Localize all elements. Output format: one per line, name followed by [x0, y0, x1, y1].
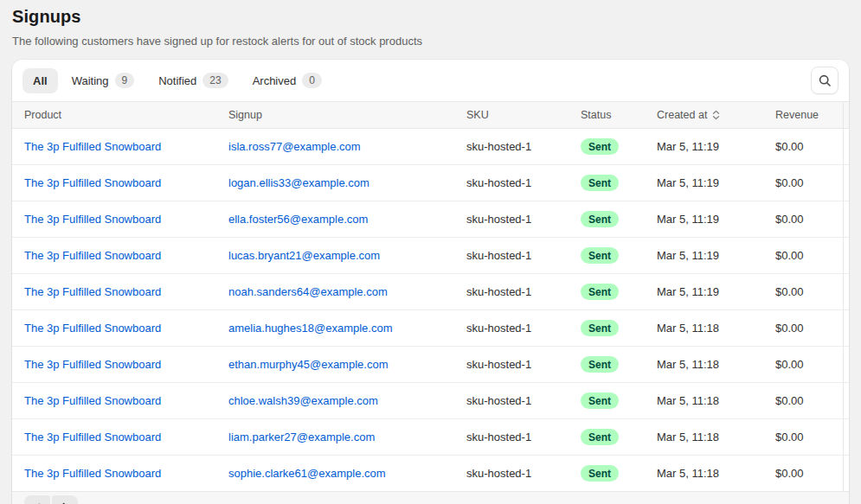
revenue-cell: $0.00	[775, 274, 849, 310]
tab-list: All Waiting 9 Notified 23 Archived 0	[22, 67, 332, 94]
tab-waiting[interactable]: Waiting 9	[61, 67, 145, 94]
table-row[interactable]: The 3p Fulfilled Snowboard chloe.walsh39…	[12, 383, 849, 419]
signup-email-link[interactable]: isla.ross77@example.com	[228, 140, 361, 153]
column-header-sku: SKU	[466, 102, 581, 129]
table-row[interactable]: The 3p Fulfilled Snowboard isla.ross77@e…	[12, 129, 849, 165]
sku-cell: sku-hosted-1	[466, 129, 581, 165]
created-at-cell: Mar 5, 11:19	[657, 238, 775, 274]
column-header-status: Status	[581, 102, 657, 129]
pagination	[24, 495, 78, 504]
status-badge: Sent	[581, 211, 619, 227]
signups-page: Signups The following customers have sig…	[0, 0, 861, 504]
table-row[interactable]: The 3p Fulfilled Snowboard lucas.bryant2…	[12, 238, 849, 274]
status-badge: Sent	[581, 392, 619, 409]
product-link[interactable]: The 3p Fulfilled Snowboard	[24, 467, 161, 480]
signup-email-link[interactable]: lucas.bryant21@example.com	[228, 249, 380, 262]
status-badge: Sent	[581, 138, 619, 155]
revenue-cell: $0.00	[775, 347, 849, 383]
created-at-cell: Mar 5, 11:19	[657, 165, 775, 201]
table-header-row: Product Signup SKU Status Created at	[12, 102, 849, 129]
product-link[interactable]: The 3p Fulfilled Snowboard	[24, 249, 161, 262]
signup-email-link[interactable]: chloe.walsh39@example.com	[228, 394, 378, 407]
signup-email-link[interactable]: noah.sanders64@example.com	[228, 285, 388, 298]
sku-cell: sku-hosted-1	[466, 383, 581, 419]
tab-archived[interactable]: Archived 0	[242, 67, 332, 94]
search-icon	[818, 73, 832, 88]
created-at-cell: Mar 5, 11:19	[657, 201, 775, 238]
sku-cell: sku-hosted-1	[466, 165, 581, 201]
previous-page-button[interactable]	[24, 495, 50, 504]
revenue-cell: $0.00	[775, 383, 849, 419]
sku-cell: sku-hosted-1	[466, 347, 581, 383]
revenue-cell: $0.00	[775, 310, 849, 347]
product-link[interactable]: The 3p Fulfilled Snowboard	[24, 285, 161, 298]
revenue-cell: $0.00	[775, 129, 849, 165]
tab-notified[interactable]: Notified 23	[148, 67, 238, 94]
tab-notified-count-badge: 23	[202, 73, 228, 88]
revenue-cell: $0.00	[775, 201, 849, 238]
table-row[interactable]: The 3p Fulfilled Snowboard ella.foster56…	[12, 201, 849, 238]
signup-email-link[interactable]: ella.foster56@example.com	[228, 213, 368, 226]
column-header-product: Product	[12, 102, 228, 129]
product-link[interactable]: The 3p Fulfilled Snowboard	[24, 322, 161, 335]
status-badge: Sent	[581, 284, 619, 300]
sku-cell: sku-hosted-1	[466, 274, 581, 310]
status-badge: Sent	[581, 465, 619, 482]
page-subtitle: The following customers have signed up f…	[12, 35, 849, 48]
tab-notified-label: Notified	[158, 74, 196, 87]
table-row[interactable]: The 3p Fulfilled Snowboard logan.ellis33…	[12, 165, 849, 201]
signup-email-link[interactable]: ethan.murphy45@example.com	[228, 358, 388, 371]
column-header-signup: Signup	[228, 102, 466, 129]
status-badge: Sent	[581, 175, 619, 191]
status-badge: Sent	[581, 356, 619, 373]
status-badge: Sent	[581, 247, 619, 264]
tab-waiting-count-badge: 9	[115, 73, 135, 88]
table-row[interactable]: The 3p Fulfilled Snowboard sophie.clarke…	[12, 456, 849, 492]
tab-all-label: All	[33, 74, 48, 87]
table-row[interactable]: The 3p Fulfilled Snowboard liam.parker27…	[12, 419, 849, 456]
signup-email-link[interactable]: amelia.hughes18@example.com	[228, 322, 393, 335]
tab-archived-label: Archived	[253, 74, 297, 87]
card-footer	[12, 491, 849, 504]
created-at-cell: Mar 5, 11:18	[657, 310, 775, 347]
product-link[interactable]: The 3p Fulfilled Snowboard	[24, 431, 161, 443]
signups-table-wrap: Product Signup SKU Status Created at	[12, 101, 849, 491]
signups-card: All Waiting 9 Notified 23 Archived 0	[12, 60, 849, 504]
column-header-revenue: Revenue	[775, 102, 849, 129]
table-row[interactable]: The 3p Fulfilled Snowboard ethan.murphy4…	[12, 347, 849, 383]
sku-cell: sku-hosted-1	[466, 238, 581, 274]
card-header: All Waiting 9 Notified 23 Archived 0	[12, 60, 849, 101]
next-page-button[interactable]	[52, 495, 78, 504]
created-at-cell: Mar 5, 11:18	[657, 383, 775, 419]
status-badge: Sent	[581, 320, 619, 336]
revenue-cell: $0.00	[775, 165, 849, 201]
revenue-cell: $0.00	[775, 456, 849, 492]
sku-cell: sku-hosted-1	[466, 419, 581, 456]
tab-all[interactable]: All	[22, 68, 58, 93]
product-link[interactable]: The 3p Fulfilled Snowboard	[24, 358, 161, 371]
revenue-cell: $0.00	[775, 238, 849, 274]
product-link[interactable]: The 3p Fulfilled Snowboard	[24, 213, 161, 226]
created-at-cell: Mar 5, 11:18	[657, 347, 775, 383]
signups-table: Product Signup SKU Status Created at	[12, 101, 849, 491]
created-at-cell: Mar 5, 11:18	[657, 456, 775, 492]
table-row[interactable]: The 3p Fulfilled Snowboard noah.sanders6…	[12, 274, 849, 310]
signup-email-link[interactable]: logan.ellis33@example.com	[228, 176, 369, 189]
search-button[interactable]	[811, 67, 839, 94]
table-row[interactable]: The 3p Fulfilled Snowboard amelia.hughes…	[12, 310, 849, 347]
created-at-cell: Mar 5, 11:18	[657, 419, 775, 456]
status-badge: Sent	[581, 429, 619, 445]
table-body: The 3p Fulfilled Snowboard isla.ross77@e…	[12, 129, 849, 492]
revenue-cell: $0.00	[775, 419, 849, 456]
column-header-created-at[interactable]: Created at	[657, 102, 775, 129]
product-link[interactable]: The 3p Fulfilled Snowboard	[24, 140, 161, 153]
signup-email-link[interactable]: sophie.clarke61@example.com	[228, 467, 386, 480]
page-title: Signups	[12, 7, 849, 27]
tab-waiting-label: Waiting	[72, 74, 109, 87]
product-link[interactable]: The 3p Fulfilled Snowboard	[24, 394, 161, 407]
sort-icon	[711, 110, 721, 120]
created-at-cell: Mar 5, 11:19	[657, 274, 775, 310]
sku-cell: sku-hosted-1	[466, 456, 581, 492]
product-link[interactable]: The 3p Fulfilled Snowboard	[24, 176, 161, 189]
signup-email-link[interactable]: liam.parker27@example.com	[228, 431, 375, 443]
